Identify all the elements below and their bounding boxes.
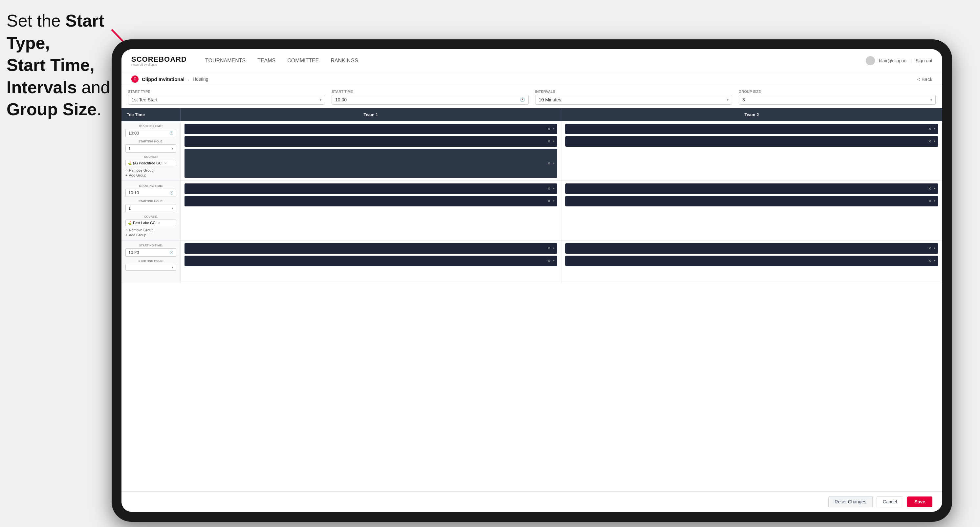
remove-group-1[interactable]: ○ Remove Group (126, 168, 176, 172)
chevron-down-icon: ▾ (931, 98, 932, 102)
starting-hole-label-3: STARTING HOLE: (126, 259, 176, 262)
table-row: STARTING TIME: 10:20 🕙 STARTING HOLE: ▾ … (121, 241, 942, 283)
close-icon[interactable]: ✕ (547, 259, 550, 263)
start-time-group: Start Time 10:00 🕙 (332, 90, 528, 105)
dot-icon: • (934, 186, 935, 191)
close-icon[interactable]: ✕ (547, 246, 550, 251)
close-icon[interactable]: ✕ (928, 246, 931, 251)
save-button[interactable]: Save (907, 497, 932, 507)
starting-time-label-2: STARTING TIME: (126, 184, 176, 187)
footer: Reset Changes Cancel Save (121, 491, 942, 512)
close-icon[interactable]: ✕ (928, 127, 931, 131)
dot-icon: • (934, 199, 935, 203)
dot-icon: • (553, 161, 555, 166)
close-icon[interactable]: ✕ (928, 259, 931, 263)
breadcrumb-sep: › (188, 76, 189, 82)
tablet-screen: SCOREBOARD Powered by clipp.io TOURNAMEN… (121, 49, 942, 512)
dot-icon: • (553, 246, 555, 251)
nav-tournaments[interactable]: TOURNAMENTS (205, 55, 246, 66)
logo-text: SCOREBOARD (131, 55, 187, 63)
cancel-button[interactable]: Cancel (877, 496, 904, 507)
nav-teams[interactable]: TEAMS (258, 55, 275, 66)
chevron-down-icon: ▾ (727, 98, 729, 102)
starting-hole-label-1: STARTING HOLE: (126, 140, 176, 143)
header-team2: Team 2 (562, 108, 942, 121)
nav-right: blair@clipp.io | Sign out (866, 56, 932, 65)
close-icon[interactable]: ✕ (547, 139, 550, 144)
intervals-select[interactable]: 10 Minutes ▾ (535, 95, 732, 105)
close-icon[interactable]: ✕ (928, 139, 931, 144)
start-time-input[interactable]: 10:00 🕙 (332, 95, 528, 105)
empty-player-row: ✕ • (185, 149, 557, 178)
close-icon[interactable]: ✕ (547, 186, 550, 191)
starting-hole-input-2[interactable]: 1 ▾ (126, 204, 176, 212)
course-tag-2[interactable]: ⛳ East Lake GC ✕ (126, 219, 176, 226)
dot-icon: • (553, 127, 555, 131)
sign-out-link[interactable]: Sign out (916, 58, 932, 63)
starting-hole-input-3[interactable]: ▾ (126, 264, 176, 271)
remove-group-2[interactable]: ○ Remove Group (126, 228, 176, 232)
close-icon[interactable]: ✕ (928, 186, 931, 191)
course-tag-1[interactable]: ⛳ (A) Peachtree GC ✕ (126, 160, 176, 167)
separator: | (910, 58, 912, 63)
add-group-2[interactable]: + Add Group (126, 233, 176, 237)
clock-icon: 🕙 (169, 191, 173, 195)
back-link[interactable]: < Back (917, 76, 932, 82)
start-type-group: Start Type 1st Tee Start ▾ (128, 90, 325, 105)
close-icon[interactable]: ✕ (547, 127, 550, 131)
add-group-1[interactable]: + Add Group (126, 173, 176, 177)
table-row: STARTING TIME: 10:00 🕙 STARTING HOLE: 1 … (121, 121, 942, 181)
reset-changes-button[interactable]: Reset Changes (828, 496, 873, 507)
starting-hole-label-2: STARTING HOLE: (126, 200, 176, 203)
clock-icon: 🕙 (520, 97, 525, 102)
dot-icon: • (934, 127, 935, 131)
group-size-select[interactable]: 3 ▾ (739, 95, 935, 105)
dot-icon: • (553, 259, 555, 263)
starting-time-input-2[interactable]: 10:10 🕙 (126, 189, 176, 197)
dot-icon: • (553, 139, 555, 144)
dot-icon: • (553, 186, 555, 191)
starting-time-label-3: STARTING TIME: (126, 244, 176, 247)
player-row: ✕ • (185, 256, 557, 266)
chevron-down-icon: ▾ (172, 147, 173, 150)
clock-icon: 🕙 (169, 251, 173, 254)
header-team1: Team 1 (181, 108, 562, 121)
user-email: blair@clipp.io (879, 58, 907, 63)
course-label-2: COURSE: (126, 215, 176, 218)
group-size-label: Group Size (739, 90, 935, 94)
team2-cell-3: ✕ • ✕ • (562, 241, 942, 283)
logo-area: SCOREBOARD Powered by clipp.io (131, 55, 192, 66)
player-row: ✕ • (565, 256, 938, 266)
close-icon[interactable]: ✕ (164, 162, 167, 165)
close-icon[interactable]: ✕ (158, 221, 161, 225)
group-actions-1: ○ Remove Group + Add Group (126, 168, 176, 177)
nav-committee[interactable]: COMMITTEE (287, 55, 319, 66)
breadcrumb-logo: C (131, 75, 138, 83)
intervals-group: Intervals 10 Minutes ▾ (535, 90, 732, 105)
team1-cell-2: ✕ • ✕ • (181, 181, 562, 240)
tournament-name: Clippd Invitational (142, 76, 185, 82)
starting-time-input-3[interactable]: 10:20 🕙 (126, 248, 176, 257)
start-type-select[interactable]: 1st Tee Start ▾ (128, 95, 325, 105)
plus-icon: + (126, 233, 127, 237)
close-icon[interactable]: ✕ (547, 199, 550, 203)
close-icon[interactable]: ✕ (547, 161, 550, 166)
player-row: ✕ • (185, 136, 557, 147)
chevron-down-icon: ▾ (172, 206, 173, 210)
player-row: ✕ • (185, 183, 557, 194)
close-icon[interactable]: ✕ (928, 199, 931, 203)
player-row: ✕ • (565, 243, 938, 254)
starting-hole-input-1[interactable]: 1 ▾ (126, 144, 176, 152)
clock-icon: 🕙 (169, 131, 173, 135)
start-time-label: Start Time (332, 90, 528, 94)
team2-cell-1: ✕ • ✕ • (562, 121, 942, 181)
nav-rankings[interactable]: RANKINGS (331, 55, 358, 66)
chevron-down-icon: ▾ (172, 265, 173, 269)
starting-time-input-1[interactable]: 10:00 🕙 (126, 129, 176, 137)
group-actions-2: ○ Remove Group + Add Group (126, 228, 176, 237)
plus-icon: + (126, 173, 127, 177)
player-row: ✕ • (565, 124, 938, 134)
player-row: ✕ • (565, 183, 938, 194)
team1-cell-3: ✕ • ✕ • (181, 241, 562, 283)
intervals-label: Intervals (535, 90, 732, 94)
